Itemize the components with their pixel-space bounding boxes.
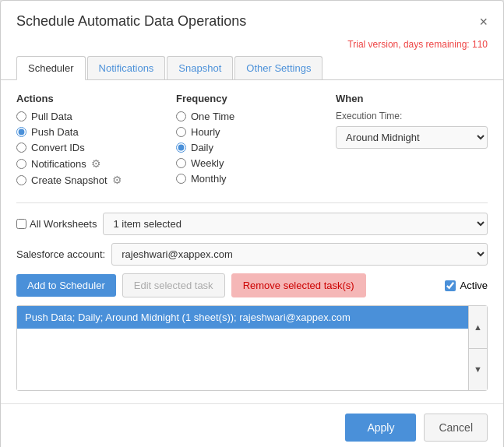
scroll-up-button[interactable]: ▲ [469,306,487,349]
active-label: Active [460,280,488,291]
action-create-snapshot-radio[interactable] [16,175,26,185]
add-to-scheduler-button[interactable]: Add to Scheduler [16,274,116,297]
actions-header: Actions [16,93,168,104]
dialog-header: Schedule Automatic Data Operations × [1,1,503,39]
action-push-data: Push Data [16,126,168,138]
action-create-snapshot-label: Create Snapshot [31,174,107,186]
action-notifications-radio[interactable] [16,159,26,169]
action-create-snapshot: Create Snapshot ⚙ [16,174,168,186]
worksheets-label-text: All Worksheets [30,218,97,230]
action-buttons-row: Add to Scheduler Edit selected task Remo… [16,273,488,297]
freq-weekly: Weekly [176,157,328,169]
freq-one-time: One Time [176,111,328,122]
action-pull-data-radio[interactable] [16,111,26,121]
account-select[interactable]: rajeshwari@xappex.com [111,243,488,266]
remove-selected-tasks-button[interactable]: Remove selected task(s) [231,273,366,297]
freq-monthly: Monthly [176,173,328,185]
dialog-footer: Apply Cancel [1,403,503,447]
freq-daily-radio[interactable] [176,143,186,153]
freq-hourly: Hourly [176,126,328,138]
freq-hourly-label: Hourly [191,126,220,138]
tab-other-settings[interactable]: Other Settings [234,56,322,79]
edit-selected-task-button[interactable]: Edit selected task [122,273,225,297]
active-checkbox[interactable] [445,280,456,291]
separator [16,202,488,203]
freq-one-time-label: One Time [191,111,234,122]
apply-button[interactable]: Apply [345,414,416,442]
action-notifications-label: Notifications [31,158,86,170]
exec-time-label: Execution Time: [336,111,488,121]
when-header: When [336,93,488,104]
dialog-body: Actions Pull Data Push Data Convert IDs … [1,80,503,403]
action-pull-data-label: Pull Data [31,111,72,122]
freq-daily-label: Daily [191,142,213,153]
notifications-gear-icon[interactable]: ⚙ [91,157,101,170]
scroll-down-button[interactable]: ▼ [469,349,487,391]
actions-column: Actions Pull Data Push Data Convert IDs … [16,93,168,190]
freq-weekly-radio[interactable] [176,158,186,168]
worksheet-select[interactable]: 1 item selected [103,213,488,235]
freq-hourly-radio[interactable] [176,127,186,137]
worksheets-row: All Worksheets 1 item selected [16,213,488,235]
account-row: Salesforce account: rajeshwari@xappex.co… [16,243,488,266]
all-worksheets-checkbox[interactable] [16,219,26,229]
tab-notifications[interactable]: Notifications [87,56,166,79]
freq-one-time-radio[interactable] [176,111,186,121]
frequency-header: Frequency [176,93,328,104]
action-convert-ids: Convert IDs [16,142,168,153]
task-list[interactable]: Push Data; Daily; Around Midnight (1 she… [17,306,468,390]
dialog: Schedule Automatic Data Operations × Tri… [0,0,504,447]
task-scroll-buttons: ▲ ▼ [468,306,487,390]
tab-scheduler[interactable]: Scheduler [16,56,86,80]
freq-monthly-radio[interactable] [176,174,186,184]
action-push-data-radio[interactable] [16,127,26,137]
active-row: Active [445,280,488,291]
tabs: Scheduler Notifications Snapshot Other S… [1,56,503,80]
action-convert-ids-radio[interactable] [16,143,26,153]
action-convert-ids-label: Convert IDs [31,142,85,153]
exec-time-select[interactable]: Around Midnight Morning Afternoon Evenin… [336,126,488,149]
action-pull-data: Pull Data [16,111,168,122]
when-column: When Execution Time: Around Midnight Mor… [336,93,488,190]
trial-info: Trial version, days remaining: 110 [1,39,503,56]
worksheets-checkbox-label: All Worksheets [16,218,97,230]
action-notifications: Notifications ⚙ [16,157,168,170]
dialog-title: Schedule Automatic Data Operations [16,13,246,30]
close-button[interactable]: × [479,15,488,29]
task-item[interactable]: Push Data; Daily; Around Midnight (1 she… [17,306,468,329]
frequency-column: Frequency One Time Hourly Daily Weekly [176,93,328,190]
account-label: Salesforce account: [16,248,105,260]
freq-weekly-label: Weekly [191,157,224,169]
freq-monthly-label: Monthly [191,173,227,185]
freq-daily: Daily [176,142,328,153]
columns: Actions Pull Data Push Data Convert IDs … [16,93,488,190]
cancel-button[interactable]: Cancel [424,414,488,442]
action-push-data-label: Push Data [31,126,79,138]
task-list-container: Push Data; Daily; Around Midnight (1 she… [16,305,488,391]
tab-snapshot[interactable]: Snapshot [167,56,233,79]
snapshot-gear-icon[interactable]: ⚙ [112,174,122,186]
